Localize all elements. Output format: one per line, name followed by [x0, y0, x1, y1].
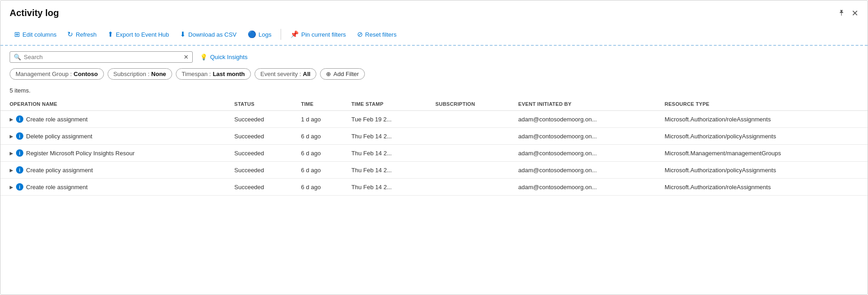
event-severity-filter[interactable]: Event severity : All: [255, 68, 317, 80]
table-row[interactable]: ▶ i Create role assignment Succeeded6 d …: [0, 179, 868, 196]
search-icon: 🔍: [14, 54, 21, 60]
row-expand-icon[interactable]: ▶: [10, 185, 13, 190]
activity-log-window: Activity log 🖈 ✕ ⊞ Edit columns ↻ Refres…: [0, 0, 868, 295]
pin-filters-button[interactable]: 📌 Pin current filters: [286, 27, 351, 41]
pin-filters-label: Pin current filters: [301, 31, 346, 38]
subscription-filter[interactable]: Subscription : None: [108, 68, 172, 80]
add-filter-label: Add Filter: [333, 71, 359, 77]
export-event-hub-button[interactable]: ⬆ Export to Event Hub: [103, 27, 174, 41]
table-row[interactable]: ▶ i Delete policy assignment Succeeded6 …: [0, 128, 868, 145]
items-count: 5 items.: [0, 83, 868, 96]
pin-filters-icon: 📌: [290, 30, 299, 38]
cell-status: Succeeded: [229, 145, 296, 162]
management-group-filter-label: Management Group :: [16, 71, 72, 77]
row-expand-icon[interactable]: ▶: [10, 117, 13, 122]
operation-name-text: Register Microsoft Policy Insights Resou…: [26, 150, 135, 157]
cell-resource-type: Microsoft.Authorization/policyAssignment…: [659, 128, 868, 145]
cell-status: Succeeded: [229, 128, 296, 145]
cell-time-stamp: Thu Feb 14 2...: [346, 128, 430, 145]
cell-resource-type: Microsoft.Authorization/roleAssignments: [659, 179, 868, 196]
table-row[interactable]: ▶ i Create policy assignment Succeeded6 …: [0, 162, 868, 179]
cell-subscription: [430, 128, 513, 145]
search-filter-area: 🔍 ✕ 💡 Quick Insights Management Group : …: [0, 46, 868, 83]
info-icon: i: [16, 132, 23, 140]
cell-subscription: [430, 179, 513, 196]
table-row[interactable]: ▶ i Create role assignment Succeeded1 d …: [0, 111, 868, 128]
cell-event-initiated-by: adam@contosodemoorg.on...: [513, 111, 659, 128]
col-time-stamp: TIME STAMP: [346, 98, 430, 111]
cell-resource-type: Microsoft.Management/managementGroups: [659, 145, 868, 162]
add-filter-button[interactable]: ⊕ Add Filter: [320, 68, 365, 80]
toolbar: ⊞ Edit columns ↻ Refresh ⬆ Export to Eve…: [0, 24, 868, 46]
quick-insights-button[interactable]: 💡 Quick Insights: [200, 54, 248, 60]
cell-resource-type: Microsoft.Authorization/roleAssignments: [659, 111, 868, 128]
refresh-button[interactable]: ↻ Refresh: [63, 27, 101, 41]
row-expand-icon[interactable]: ▶: [10, 168, 13, 173]
pin-window-icon[interactable]: 🖈: [838, 8, 846, 18]
search-input[interactable]: [24, 54, 181, 60]
operation-name-text: Delete policy assignment: [26, 133, 92, 140]
timespan-filter-value: Last month: [213, 71, 245, 77]
reset-filters-icon: ⊘: [357, 30, 363, 38]
table-row[interactable]: ▶ i Register Microsoft Policy Insights R…: [0, 145, 868, 162]
subscription-filter-label: Subscription :: [114, 71, 150, 77]
logs-label: Logs: [259, 31, 271, 38]
cell-status: Succeeded: [229, 111, 296, 128]
timespan-filter-label: Timespan :: [182, 71, 211, 77]
search-box[interactable]: 🔍 ✕: [10, 51, 193, 63]
cell-operation-name: ▶ i Register Microsoft Policy Insights R…: [0, 145, 229, 162]
event-severity-filter-label: Event severity :: [260, 71, 301, 77]
logs-icon: 🔵: [248, 30, 256, 38]
cell-operation-name: ▶ i Delete policy assignment: [0, 128, 229, 145]
cell-time: 6 d ago: [295, 128, 346, 145]
info-icon: i: [16, 166, 23, 174]
col-time: TIME: [295, 98, 346, 111]
title-bar-actions: 🖈 ✕: [838, 8, 858, 18]
operation-name-text: Create policy assignment: [26, 167, 93, 174]
cell-event-initiated-by: adam@contosodemoorg.on...: [513, 179, 659, 196]
cell-subscription: [430, 145, 513, 162]
cell-subscription: [430, 111, 513, 128]
download-icon: ⬇: [180, 30, 186, 38]
subscription-filter-value: None: [151, 71, 166, 77]
col-status: STATUS: [229, 98, 296, 111]
download-csv-button[interactable]: ⬇ Download as CSV: [175, 27, 241, 41]
refresh-label: Refresh: [76, 31, 97, 38]
info-icon: i: [16, 183, 23, 191]
cell-time-stamp: Tue Feb 19 2...: [346, 111, 430, 128]
reset-filters-button[interactable]: ⊘ Reset filters: [353, 27, 401, 41]
operation-name-text: Create role assignment: [26, 116, 87, 123]
export-event-hub-label: Export to Event Hub: [116, 31, 169, 38]
search-row: 🔍 ✕ 💡 Quick Insights: [10, 51, 858, 63]
cell-time-stamp: Thu Feb 14 2...: [346, 145, 430, 162]
management-group-filter-value: Contoso: [74, 71, 98, 77]
cell-event-initiated-by: adam@contosodemoorg.on...: [513, 162, 659, 179]
cell-operation-name: ▶ i Create role assignment: [0, 111, 229, 128]
cell-status: Succeeded: [229, 179, 296, 196]
cell-subscription: [430, 162, 513, 179]
search-clear-icon[interactable]: ✕: [184, 54, 189, 60]
filter-chips: Management Group : Contoso Subscription …: [10, 68, 858, 80]
cell-time: 6 d ago: [295, 179, 346, 196]
timespan-filter[interactable]: Timespan : Last month: [176, 68, 251, 80]
management-group-filter[interactable]: Management Group : Contoso: [10, 68, 104, 80]
col-operation-name: OPERATION NAME: [0, 98, 229, 111]
page-title: Activity log: [10, 8, 59, 18]
row-expand-icon[interactable]: ▶: [10, 134, 13, 139]
activity-log-table: OPERATION NAME STATUS TIME TIME STAMP SU…: [0, 98, 868, 196]
toolbar-separator: [281, 29, 281, 40]
logs-button[interactable]: 🔵 Logs: [243, 27, 276, 41]
export-icon: ⬆: [108, 30, 114, 38]
row-expand-icon[interactable]: ▶: [10, 151, 13, 156]
info-icon: i: [16, 149, 23, 157]
cell-time: 1 d ago: [295, 111, 346, 128]
title-bar: Activity log 🖈 ✕: [0, 0, 868, 24]
refresh-icon: ↻: [67, 30, 73, 38]
cell-operation-name: ▶ i Create role assignment: [0, 179, 229, 196]
close-window-icon[interactable]: ✕: [852, 8, 858, 18]
edit-columns-button[interactable]: ⊞ Edit columns: [10, 27, 61, 41]
col-event-initiated-by: EVENT INITIATED BY: [513, 98, 659, 111]
edit-columns-icon: ⊞: [14, 30, 20, 38]
cell-time: 6 d ago: [295, 162, 346, 179]
cell-resource-type: Microsoft.Authorization/policyAssignment…: [659, 162, 868, 179]
